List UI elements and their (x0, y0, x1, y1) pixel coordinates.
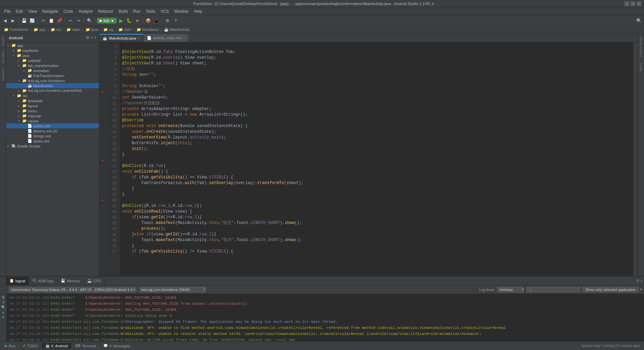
menu-item-vcs[interactable]: VCS (158, 8, 172, 14)
gutter-bp[interactable]: ● (99, 89, 106, 95)
back-btn[interactable]: ◀ (1, 17, 9, 24)
save-btn[interactable]: 💾 (20, 17, 28, 24)
tree-item-app[interactable]: ▾ 📁 app (6, 43, 99, 48)
device-select[interactable]: Genymotion Samsung Galaxy S5 - 4.4.4 - A… (9, 287, 136, 292)
menu-item-analyze[interactable]: Analyze (76, 8, 96, 14)
redo-btn[interactable]: ↪ (75, 17, 82, 24)
tree-item-colors[interactable]: ▸ 📄 colors.xml (6, 123, 99, 128)
tree-item-mipmap[interactable]: ▸ 📁 mipmap (6, 113, 99, 118)
code-content[interactable]: @InjectView(R.id.fab) FloatingActionButt… (119, 42, 633, 276)
nav-main[interactable]: 📁 main (65, 27, 82, 32)
gradle-tab[interactable]: Gradle (639, 60, 643, 73)
tree-item-res[interactable]: ▾ 📁 res (6, 93, 99, 98)
side-icon-project[interactable]: Project (1, 35, 5, 47)
tree-item-fabtrans[interactable]: ▸ ☕ FabTransformation (6, 73, 99, 78)
tree-item-java[interactable]: ▾ 📁 java (6, 53, 99, 58)
tree-item-styles[interactable]: ▸ 📄 styles.xml (6, 138, 99, 143)
log-down-btn[interactable]: ▼ (2, 315, 5, 319)
run-config-select[interactable]: ▶ app ▼ (97, 18, 117, 23)
bottom-settings-btn[interactable]: ⚙ (636, 279, 639, 283)
tree-item-layout[interactable]: ▸ 📁 layout (6, 103, 99, 108)
log-up-btn[interactable]: ▲ (2, 310, 5, 314)
menu-item-edit[interactable]: Edit (13, 8, 25, 14)
tab-memory[interactable]: 💾 Memory (57, 277, 84, 285)
tab-mainactivity[interactable]: ☕ MainActivity.java × (99, 34, 144, 42)
action-android[interactable]: 🤖 6: Android (42, 343, 71, 349)
sdk-mgr-btn[interactable]: 📦 (145, 17, 152, 24)
tree-item-strings[interactable]: ▸ 📄 strings.xml (6, 133, 99, 138)
log-search-input[interactable] (527, 287, 580, 292)
menu-item-code[interactable]: Code (61, 8, 76, 14)
copy-btn[interactable]: 📋 (48, 17, 55, 24)
menu-item-help[interactable]: Help (191, 8, 205, 14)
tree-item-menu[interactable]: ▸ 📁 menu (6, 108, 99, 113)
tab-mainactivity-close[interactable]: × (138, 37, 140, 40)
tree-item-values[interactable]: ▾ 📁 values (6, 118, 99, 123)
undo-btn[interactable]: ↩ (67, 17, 74, 24)
log-level-select[interactable]: Verbose Debug Info Warn Error (497, 287, 524, 292)
show-only-btn[interactable]: Show only selected application (582, 287, 639, 292)
gutter-bp3[interactable]: ● (99, 197, 106, 203)
tab-cpu[interactable]: 💻 CPU (84, 277, 105, 285)
log-clear-btn[interactable]: 🗑 (2, 295, 5, 299)
tree-item-main-pkg[interactable]: ▾ 📁 test.wjj.com.formdemo (6, 78, 99, 83)
avd-btn[interactable]: 📱 (153, 17, 160, 24)
tab-activity-close[interactable]: × (183, 36, 185, 40)
nav-com[interactable]: 📁 com (117, 27, 132, 32)
help-btn[interactable]: ? (172, 17, 179, 24)
tree-item-codetail[interactable]: ▸ 📁 codetail (6, 58, 99, 63)
tree-item-mainactivity[interactable]: ▸ ☕ MainActivity (6, 83, 99, 88)
gutter-bp2[interactable]: ● (99, 158, 106, 163)
menu-item-file[interactable]: File (1, 8, 13, 14)
process-select[interactable]: test.wjj.com.formdemo (9449) (139, 287, 206, 292)
search-everywhere-btn[interactable]: 🔍 (635, 17, 643, 24)
find-btn[interactable]: 🔍 (86, 17, 93, 24)
log-content[interactable]: 08-17 03:59:21.319 9449-9449/? E/OpenGLR… (7, 294, 644, 341)
tab-adb-logs[interactable]: 🔌 ADB logs (29, 277, 57, 285)
log-filter-btn[interactable]: 🔍 (1, 305, 5, 309)
nav-app[interactable]: 📁 app (32, 27, 47, 32)
forward-btn[interactable]: ▶ (9, 17, 17, 24)
menu-item-navigate[interactable]: Navigate (40, 8, 61, 14)
menu-item-window[interactable]: Window (171, 8, 191, 14)
stop-btn[interactable]: ■ (133, 17, 141, 24)
action-todo[interactable]: ✔ TODO (19, 343, 41, 349)
menu-item-build[interactable]: Build (116, 8, 130, 14)
maximize-btn[interactable]: □ (631, 1, 635, 6)
menu-item-view[interactable]: View (25, 8, 40, 14)
sync-btn[interactable]: 🔄 (29, 17, 36, 24)
action-messages[interactable]: 💬 0: Messages (100, 343, 133, 349)
nav-java[interactable]: 📁 java (84, 27, 99, 32)
maven-tab[interactable]: Maven Projects (639, 35, 643, 60)
tree-item-drawable[interactable]: ▸ 📁 drawable (6, 98, 99, 103)
project-settings-btn[interactable]: ⚙ (86, 36, 89, 40)
side-icon-captures[interactable]: Captures (1, 67, 5, 82)
tree-item-fab[interactable]: ▾ 📁 fab_transformation (6, 63, 99, 68)
tab-activity-main[interactable]: 📄 activity_main.xml × (144, 34, 189, 42)
menu-item-tools[interactable]: Tools (143, 8, 158, 14)
debug-btn[interactable]: 🐛 (125, 17, 133, 24)
tab-logcat[interactable]: 📋 logcat (6, 277, 29, 285)
nav-formdemo2[interactable]: 📁 formdemo (135, 27, 160, 32)
minimize-btn[interactable]: ─ (625, 1, 629, 6)
side-icon-structure[interactable]: Structure (1, 50, 5, 65)
menu-item-refactor[interactable]: Refactor (96, 8, 116, 14)
close-btn[interactable]: × (637, 1, 641, 6)
log-scroll-btn[interactable]: ⬇ (2, 300, 5, 304)
paste-btn[interactable]: 📌 (56, 17, 63, 24)
tree-item-animation[interactable]: ▸ 📁 animation (6, 68, 99, 73)
project-gear-btn[interactable]: ≡ (91, 36, 93, 40)
cut-btn[interactable]: ✂ (40, 17, 47, 24)
tree-item-manifests[interactable]: ▸ 📁 manifests (6, 48, 99, 53)
tree-item-test-pkg[interactable]: ▸ 📁 test.wjj.com.formdemo (androidTest) (6, 88, 99, 93)
nav-mainactivity[interactable]: ☕ MainActivity (163, 27, 191, 32)
bottom-close-btn[interactable]: × (641, 279, 643, 283)
nav-src[interactable]: 📁 src (49, 27, 63, 32)
nav-wjj[interactable]: 📁 wjj (102, 27, 115, 32)
settings-btn[interactable]: ⚙ (164, 17, 171, 24)
menu-item-run[interactable]: Run (130, 8, 143, 14)
scroll-indicator[interactable] (633, 42, 637, 276)
run-btn[interactable]: ▶ (117, 17, 125, 24)
tree-item-dimens[interactable]: ▸ 📄 dimens.xml (2) (6, 128, 99, 133)
project-close-btn[interactable]: × (94, 36, 96, 40)
